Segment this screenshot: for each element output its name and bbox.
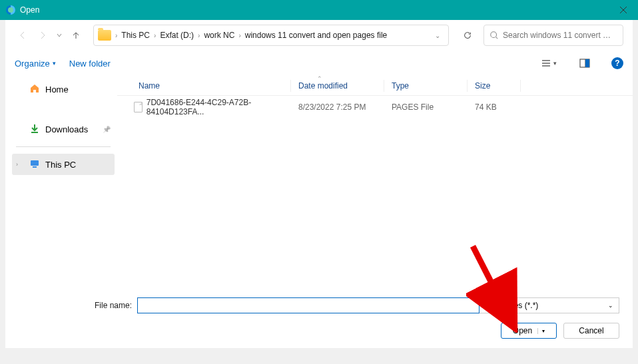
main-area: Home Downloads › This PC ⌃ [5, 76, 633, 287]
sidebar-item-label: Home [45, 85, 69, 94]
svg-rect-13 [33, 166, 37, 168]
open-dialog: › This PC › Exfat (D:) › work NC › windo… [5, 20, 633, 348]
pc-icon [29, 158, 40, 171]
new-folder-button[interactable]: New folder [69, 59, 111, 69]
filetype-filter[interactable]: files (*.*) ⌄ [502, 297, 619, 313]
refresh-button[interactable] [458, 26, 477, 45]
chevron-right-icon: › [196, 32, 201, 39]
titlebar-title: Open [20, 5, 39, 15]
sidebar-item-label: Downloads [45, 124, 88, 134]
bottom-panel: File name: ⌄ files (*.*) ⌄ Open ▾ Cancel [5, 287, 633, 348]
sidebar-item-downloads[interactable]: Downloads [12, 118, 115, 140]
filter-label: files (*.*) [508, 301, 538, 310]
new-folder-label: New folder [69, 59, 111, 69]
chevron-down-icon: ▾ [53, 60, 56, 67]
home-icon [29, 83, 40, 96]
open-button[interactable]: Open ▾ [501, 323, 557, 339]
svg-point-4 [491, 32, 497, 38]
search-box[interactable] [483, 25, 623, 46]
sidebar-item-home[interactable]: Home [12, 79, 115, 100]
search-input[interactable] [503, 31, 617, 40]
help-button[interactable]: ? [611, 57, 623, 69]
file-row[interactable]: 7D041686-E244-4C29-A72B-84104D123FA... 8… [117, 96, 633, 116]
svg-point-1 [8, 7, 13, 13]
view-options-button[interactable]: ▾ [539, 57, 558, 69]
chevron-right-icon: › [114, 32, 119, 39]
svg-line-5 [496, 37, 498, 39]
organize-menu[interactable]: Organize ▾ [15, 59, 56, 69]
column-date[interactable]: Date modified [290, 81, 384, 91]
sidebar-item-this-pc[interactable]: › This PC [12, 154, 115, 175]
svg-rect-12 [31, 160, 39, 166]
preview-pane-button[interactable] [578, 57, 591, 69]
recent-dropdown[interactable] [55, 27, 64, 43]
chevron-right-icon: › [16, 161, 24, 168]
column-headers: ⌃ Name Date modified Type Size [117, 76, 633, 96]
up-button[interactable] [68, 27, 84, 43]
breadcrumb-item[interactable]: windows 11 convert and open pages file [242, 29, 390, 41]
chevron-down-icon: ▾ [537, 328, 545, 334]
column-name[interactable]: Name [117, 81, 290, 91]
folder-icon [98, 30, 111, 41]
sort-indicator-icon: ⌃ [317, 76, 322, 82]
column-size[interactable]: Size [467, 81, 520, 91]
file-size: 74 KB [467, 102, 520, 112]
filename-dropdown[interactable]: ⌄ [479, 297, 491, 313]
organize-label: Organize [15, 59, 50, 69]
back-button[interactable] [15, 27, 31, 43]
file-type: PAGES File [384, 102, 467, 112]
sidebar-item-label: This PC [45, 160, 76, 170]
filename-input[interactable] [137, 297, 479, 313]
breadcrumb-item[interactable]: This PC [119, 29, 153, 41]
column-type[interactable]: Type [384, 81, 467, 91]
svg-rect-11 [585, 59, 589, 67]
file-list: ⌃ Name Date modified Type Size 7D041686-… [117, 76, 633, 287]
address-dropdown[interactable]: ⌄ [431, 32, 444, 39]
forward-button[interactable] [35, 27, 51, 43]
search-icon [489, 31, 499, 40]
cancel-button[interactable]: Cancel [563, 323, 619, 339]
chevron-right-icon: › [237, 32, 242, 39]
address-bar[interactable]: › This PC › Exfat (D:) › work NC › windo… [93, 25, 449, 46]
file-date: 8/23/2022 7:25 PM [290, 102, 384, 112]
chevron-down-icon: ⌄ [608, 302, 613, 309]
breadcrumb-item[interactable]: Exfat (D:) [157, 29, 196, 41]
titlebar: Open [0, 0, 638, 20]
close-button[interactable] [608, 0, 638, 20]
downloads-icon [29, 123, 40, 136]
chevron-right-icon: › [153, 32, 157, 39]
navigation-bar: › This PC › Exfat (D:) › work NC › windo… [5, 20, 633, 51]
toolbar: Organize ▾ New folder ▾ ? [5, 51, 633, 76]
breadcrumb-item[interactable]: work NC [201, 29, 237, 41]
app-icon [5, 5, 16, 15]
file-name: 7D041686-E244-4C29-A72B-84104D123FA... [147, 98, 290, 116]
navigation-pane: Home Downloads › This PC [5, 76, 117, 287]
chevron-down-icon: ▾ [553, 60, 557, 67]
file-icon [134, 102, 143, 112]
filename-label: File name: [19, 301, 132, 310]
